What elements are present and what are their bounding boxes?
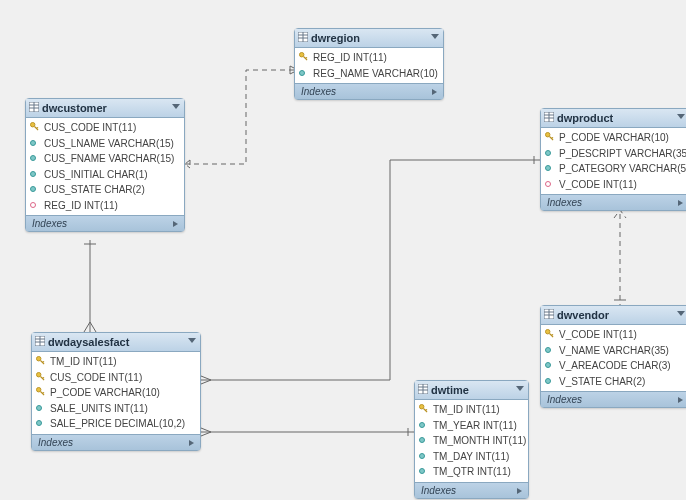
chevron-down-icon[interactable] bbox=[516, 386, 524, 391]
column-attr: CUS_LNAME VARCHAR(15) bbox=[26, 136, 184, 152]
column-attr: V_STATE CHAR(2) bbox=[541, 374, 686, 390]
column-attr: P_CATEGORY VARCHAR(5) bbox=[541, 161, 686, 177]
key-icon bbox=[299, 52, 308, 61]
diamond-icon bbox=[36, 405, 42, 411]
column-attr: CUS_INITIAL CHAR(1) bbox=[26, 167, 184, 183]
column-pk: TM_ID INT(11) bbox=[415, 402, 528, 418]
chevron-down-icon[interactable] bbox=[431, 34, 439, 39]
chevron-right-icon[interactable] bbox=[517, 488, 522, 494]
key-icon bbox=[36, 356, 45, 365]
column-fk: V_CODE INT(11) bbox=[541, 177, 686, 193]
entity-title: dwtime bbox=[431, 384, 469, 396]
diamond-icon bbox=[545, 150, 551, 156]
column-pk: P_CODE VARCHAR(10) bbox=[541, 130, 686, 146]
key-icon bbox=[419, 404, 428, 413]
indexes-label: Indexes bbox=[32, 218, 67, 229]
entity-title: dwvendor bbox=[557, 309, 609, 321]
indexes-label: Indexes bbox=[421, 485, 456, 496]
table-icon bbox=[29, 102, 39, 112]
chevron-right-icon[interactable] bbox=[678, 397, 683, 403]
key-icon bbox=[36, 372, 45, 381]
entity-header[interactable]: dwproduct bbox=[541, 109, 686, 128]
column-attr: CUS_STATE CHAR(2) bbox=[26, 182, 184, 198]
svg-point-1 bbox=[299, 52, 304, 57]
column-attr: CUS_FNAME VARCHAR(15) bbox=[26, 151, 184, 167]
entity-header[interactable]: dwcustomer bbox=[26, 99, 184, 118]
entity-footer[interactable]: Indexes bbox=[32, 434, 200, 450]
fk-icon bbox=[545, 181, 551, 187]
entity-dwtime[interactable]: dwtime TM_ID INT(11) TM_YEAR INT(11) TM_… bbox=[414, 380, 529, 499]
svg-point-10 bbox=[36, 372, 41, 377]
indexes-label: Indexes bbox=[547, 197, 582, 208]
entity-columns: CUS_CODE INT(11) CUS_LNAME VARCHAR(15) C… bbox=[26, 118, 184, 215]
column-pk: REG_ID INT(11) bbox=[295, 50, 443, 66]
diamond-icon bbox=[36, 420, 42, 426]
diamond-icon bbox=[30, 171, 36, 177]
column-attr: SALE_PRICE DECIMAL(10,2) bbox=[32, 416, 200, 432]
column-attr: V_AREACODE CHAR(3) bbox=[541, 358, 686, 374]
entity-footer[interactable]: Indexes bbox=[295, 83, 443, 99]
chevron-down-icon[interactable] bbox=[172, 104, 180, 109]
svg-point-9 bbox=[36, 356, 41, 361]
column-fk: REG_ID INT(11) bbox=[26, 198, 184, 214]
entity-dwregion[interactable]: dwregion REG_ID INT(11) REG_NAME VARCHAR… bbox=[294, 28, 444, 100]
entity-title: dwregion bbox=[311, 32, 360, 44]
column-pk: V_CODE INT(11) bbox=[541, 327, 686, 343]
column-attr: TM_MONTH INT(11) bbox=[415, 433, 528, 449]
entity-footer[interactable]: Indexes bbox=[26, 215, 184, 231]
entity-columns: TM_ID INT(11) TM_YEAR INT(11) TM_MONTH I… bbox=[415, 400, 528, 482]
table-icon bbox=[544, 309, 554, 319]
chevron-right-icon[interactable] bbox=[189, 440, 194, 446]
entity-columns: TM_ID INT(11) CUS_CODE INT(11) P_CODE VA… bbox=[32, 352, 200, 434]
chevron-down-icon[interactable] bbox=[188, 338, 196, 343]
diamond-icon bbox=[30, 186, 36, 192]
indexes-label: Indexes bbox=[301, 86, 336, 97]
svg-point-5 bbox=[545, 132, 550, 137]
diamond-icon bbox=[30, 155, 36, 161]
indexes-label: Indexes bbox=[547, 394, 582, 405]
fk-icon bbox=[30, 202, 36, 208]
chevron-right-icon[interactable] bbox=[432, 89, 437, 95]
column-attr: TM_YEAR INT(11) bbox=[415, 418, 528, 434]
key-icon bbox=[545, 329, 554, 338]
table-icon bbox=[35, 336, 45, 346]
diamond-icon bbox=[545, 347, 551, 353]
entity-title: dwdaysalesfact bbox=[48, 336, 129, 348]
svg-point-13 bbox=[419, 404, 424, 409]
column-pk: TM_ID INT(11) bbox=[32, 354, 200, 370]
table-icon bbox=[544, 112, 554, 122]
entity-header[interactable]: dwvendor bbox=[541, 306, 686, 325]
key-icon bbox=[545, 132, 554, 141]
diamond-icon bbox=[299, 70, 305, 76]
entity-header[interactable]: dwregion bbox=[295, 29, 443, 48]
svg-point-7 bbox=[545, 329, 550, 334]
key-icon bbox=[30, 122, 39, 131]
column-attr: TM_QTR INT(11) bbox=[415, 464, 528, 480]
entity-columns: P_CODE VARCHAR(10) P_DESCRIPT VARCHAR(35… bbox=[541, 128, 686, 194]
diamond-icon bbox=[419, 437, 425, 443]
entity-header[interactable]: dwtime bbox=[415, 381, 528, 400]
chevron-right-icon[interactable] bbox=[173, 221, 178, 227]
entity-footer[interactable]: Indexes bbox=[541, 391, 686, 407]
table-icon bbox=[298, 32, 308, 42]
entity-dwvendor[interactable]: dwvendor V_CODE INT(11) V_NAME VARCHAR(3… bbox=[540, 305, 686, 408]
entity-footer[interactable]: Indexes bbox=[541, 194, 686, 210]
entity-dwproduct[interactable]: dwproduct P_CODE VARCHAR(10) P_DESCRIPT … bbox=[540, 108, 686, 211]
chevron-right-icon[interactable] bbox=[678, 200, 683, 206]
column-attr: V_NAME VARCHAR(35) bbox=[541, 343, 686, 359]
entity-footer[interactable]: Indexes bbox=[415, 482, 528, 498]
diamond-icon bbox=[419, 468, 425, 474]
entity-header[interactable]: dwdaysalesfact bbox=[32, 333, 200, 352]
svg-point-11 bbox=[36, 387, 41, 392]
diamond-icon bbox=[545, 165, 551, 171]
entity-dwcustomer[interactable]: dwcustomer CUS_CODE INT(11) CUS_LNAME VA… bbox=[25, 98, 185, 232]
diamond-icon bbox=[419, 422, 425, 428]
diamond-icon bbox=[545, 378, 551, 384]
column-attr: REG_NAME VARCHAR(10) bbox=[295, 66, 443, 82]
entity-title: dwproduct bbox=[557, 112, 613, 124]
chevron-down-icon[interactable] bbox=[677, 114, 685, 119]
entity-dwdaysalesfact[interactable]: dwdaysalesfact TM_ID INT(11) CUS_CODE IN… bbox=[31, 332, 201, 451]
column-pk: CUS_CODE INT(11) bbox=[26, 120, 184, 136]
indexes-label: Indexes bbox=[38, 437, 73, 448]
chevron-down-icon[interactable] bbox=[677, 311, 685, 316]
